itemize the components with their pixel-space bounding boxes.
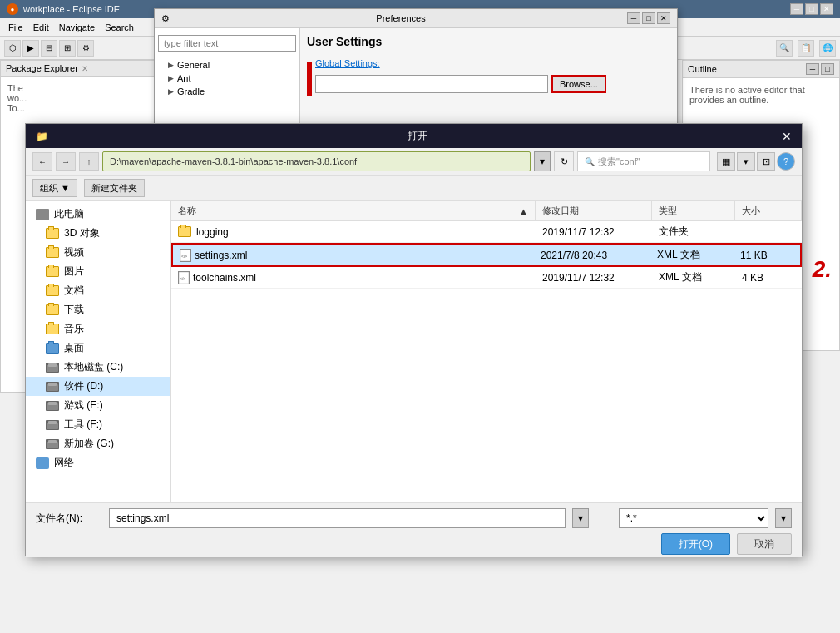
pref-tree-general[interactable]: ▶ General (155, 58, 299, 72)
nav-item-pictures[interactable]: 图片 (26, 262, 170, 281)
toolbar-icon-2[interactable]: ▶ (22, 40, 39, 57)
new-folder-button[interactable]: 新建文件夹 (84, 179, 145, 197)
package-explorer-content: Thewo...To... (1, 77, 161, 120)
toolbar-icon-1[interactable]: ⬡ (4, 40, 21, 57)
nav-item-video[interactable]: 视频 (26, 243, 170, 262)
search-icon[interactable]: 🔍 (776, 40, 793, 57)
file-row-logging[interactable]: logging 2019/11/7 12:32 文件夹 (171, 221, 802, 243)
nav-item-drive-f[interactable]: 工具 (F:) (26, 415, 170, 434)
nav-label-pictures: 图片 (64, 265, 84, 279)
file-date-logging: 2019/11/7 12:32 (536, 223, 652, 241)
svg-rect-7 (48, 421, 57, 424)
cancel-button[interactable]: 取消 (737, 533, 792, 555)
nav-item-drive-g[interactable]: 新加卷 (G:) (26, 434, 170, 453)
address-text: D:\maven\apache-maven-3.8.1-bin\apache-m… (110, 156, 357, 166)
xml-settings-icon: </> (180, 249, 191, 262)
tree-arrow-general: ▶ (168, 61, 174, 69)
filter-input[interactable] (158, 35, 296, 52)
nav-item-desktop[interactable]: 桌面 (26, 339, 170, 358)
file-list-area: 名称 ▲ 修改日期 类型 大小 (171, 201, 802, 502)
menu-file[interactable]: File (3, 21, 28, 34)
close-button[interactable]: ✕ (820, 3, 833, 15)
preferences-close[interactable]: ✕ (657, 12, 670, 24)
filename-input[interactable] (109, 508, 566, 528)
file-row-settings[interactable]: </> settings.xml 2021/7/8 20:43 XML 文档 1… (171, 243, 802, 267)
filename-dropdown[interactable]: ▾ (572, 508, 589, 528)
nav-item-network[interactable]: 网络 (26, 453, 170, 472)
file-dialog-title-icon: 📁 (36, 131, 48, 142)
file-row-toolchains[interactable]: </> toolchains.xml 2019/11/7 12:32 XML 文… (171, 267, 802, 289)
maximize-button[interactable]: □ (805, 3, 818, 15)
file-open-dialog: 📁 打开 ✕ ← → ↑ D:\maven\apache-maven-3.8.1… (25, 123, 803, 556)
filetype-select[interactable]: *.* (619, 508, 768, 528)
nav-label-desktop: 桌面 (64, 341, 84, 355)
file-type-logging: 文件夹 (652, 221, 735, 242)
toolbar-icon-3[interactable]: ⊟ (41, 40, 57, 57)
minimize-button[interactable]: ─ (790, 3, 803, 15)
col-name[interactable]: 名称 ▲ (171, 201, 536, 220)
toolbar-right-2[interactable]: 🌐 (819, 40, 836, 57)
outline-maximize[interactable]: □ (821, 63, 834, 75)
menu-edit[interactable]: Edit (28, 21, 54, 34)
file-dialog-close-button[interactable]: ✕ (782, 130, 792, 143)
nav-up-button[interactable]: ↑ (79, 152, 99, 171)
view-grid-icon[interactable]: ▦ (717, 152, 735, 171)
nav-item-drive-c[interactable]: 本地磁盘 (C:) (26, 358, 170, 377)
refresh-button[interactable]: ↻ (554, 151, 574, 171)
view-down-icon[interactable]: ▾ (737, 152, 755, 171)
toolbar-icon-4[interactable]: ⊞ (59, 40, 76, 57)
file-date-toolchains: 2019/11/7 12:32 (536, 269, 652, 287)
col-type[interactable]: 类型 (652, 201, 735, 220)
menu-search[interactable]: Search (100, 21, 139, 34)
nav-item-3d[interactable]: 3D 对象 (26, 224, 170, 243)
svg-text:</>: </> (180, 276, 185, 281)
svg-rect-1 (48, 363, 57, 367)
col-sort-icon: ▲ (519, 206, 528, 216)
tree-arrow-gradle: ▶ (168, 87, 174, 96)
outline-header: Outline ─ □ (683, 61, 839, 78)
preferences-minimize[interactable]: ─ (627, 12, 640, 24)
eclipse-icon: ● (7, 3, 18, 15)
nav-item-docs[interactable]: 文档 (26, 281, 170, 300)
filetype-dropdown[interactable]: ▾ (775, 508, 792, 528)
toolbar-icon-5[interactable]: ⚙ (77, 40, 94, 57)
folder-3d-icon (46, 228, 59, 239)
view-help-icon[interactable]: ? (777, 152, 795, 171)
svg-rect-9 (48, 440, 57, 443)
nav-item-music[interactable]: 音乐 (26, 319, 170, 339)
nav-label-drive-d: 软件 (D:) (64, 379, 103, 393)
organize-button[interactable]: 组织 ▼ (32, 179, 77, 197)
preferences-maximize[interactable]: □ (642, 12, 655, 24)
nav-item-drive-e[interactable]: 游戏 (E:) (26, 396, 170, 415)
nav-item-downloads[interactable]: 下载 (26, 300, 170, 319)
col-size[interactable]: 大小 (735, 201, 802, 220)
search-bar[interactable]: 🔍 搜索"conf" (577, 151, 710, 171)
pref-tree-gradle[interactable]: ▶ Gradle (155, 85, 299, 98)
nav-forward-button[interactable]: → (56, 152, 76, 171)
organize-label: 组织 ▼ (40, 182, 70, 195)
annotation-2: 2. (813, 256, 832, 283)
drive-d-icon (46, 382, 59, 392)
outline-minimize[interactable]: ─ (806, 63, 819, 75)
browse-button[interactable]: Browse... (551, 75, 606, 93)
nav-label-drive-c: 本地磁盘 (C:) (64, 360, 123, 374)
nav-back-button[interactable]: ← (32, 152, 52, 171)
nav-item-this-pc[interactable]: 此电脑 (26, 205, 170, 224)
menu-navigate[interactable]: Navigate (54, 21, 100, 34)
nav-item-drive-d[interactable]: 软件 (D:) (26, 377, 170, 396)
view-pane-icon[interactable]: ⊡ (757, 152, 775, 171)
drive-f-icon (46, 420, 59, 430)
open-button[interactable]: 打开(O) (661, 533, 730, 555)
address-bar[interactable]: D:\maven\apache-maven-3.8.1-bin\apache-m… (102, 151, 531, 171)
pref-tree-ant[interactable]: ▶ Ant (155, 72, 299, 85)
global-settings-input[interactable] (315, 75, 548, 93)
search-placeholder: 搜索"conf" (598, 156, 640, 168)
package-explorer-close-icon[interactable]: ✕ (82, 64, 88, 73)
outline-label: Outline (688, 64, 717, 74)
toolbar-right-1[interactable]: 📋 (798, 40, 814, 57)
address-dropdown[interactable]: ▾ (534, 151, 551, 171)
col-date[interactable]: 修改日期 (536, 201, 652, 220)
nav-label-network: 网络 (54, 456, 74, 470)
nav-label-drive-e: 游戏 (E:) (64, 398, 103, 413)
file-dialog-title: 打开 (408, 129, 427, 143)
